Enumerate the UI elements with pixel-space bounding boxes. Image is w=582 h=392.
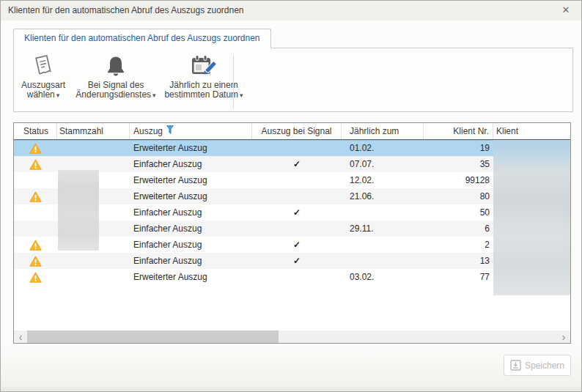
- signal-cell: ✓: [252, 237, 342, 253]
- warning-icon: [29, 240, 42, 251]
- klient-nr-cell: 6: [424, 221, 493, 237]
- status-cell: [14, 188, 57, 204]
- toolbar-button-label: bestimmten Datum▾: [164, 90, 243, 100]
- table-row[interactable]: Einfacher Auszug✓07.07.35: [14, 156, 570, 172]
- jaehrlich-zum-cell: [342, 253, 424, 269]
- signal-cell: [252, 188, 342, 204]
- column-header-klient[interactable]: Klient: [493, 123, 570, 139]
- klient-cell: [493, 269, 570, 285]
- status-cell: [14, 237, 57, 253]
- jaehrlich-zum-cell: [342, 237, 424, 253]
- save-button[interactable]: Speichern: [504, 355, 571, 376]
- filter-icon[interactable]: [166, 125, 174, 135]
- toolbar: Auszugsartwählen▾Bei Signal desÄnderungs…: [15, 51, 247, 100]
- klient-nr-cell: 80: [424, 188, 493, 204]
- signal-cell: [252, 221, 342, 237]
- status-cell: [14, 269, 57, 285]
- tab-klienten-zuordnen[interactable]: Klienten für den automatischen Abruf des…: [13, 29, 271, 48]
- column-header-label: Auszug bei Signal: [261, 126, 331, 136]
- jaehrlich-zum-cell: 21.06.: [342, 188, 424, 204]
- stammzahl-cell: [57, 188, 130, 204]
- toolbar-button-label: Bei Signal des: [88, 81, 144, 90]
- table-body: Erweiterter Auszug01.02.19Einfacher Ausz…: [14, 140, 570, 285]
- klient-cell: [493, 253, 570, 269]
- save-icon: [510, 360, 521, 371]
- dialog-window: Klienten für den automatischen Abruf des…: [0, 0, 582, 392]
- dropdown-arrow-icon: ▾: [152, 92, 156, 99]
- bei-signal-aenderungsdienst-button[interactable]: Bei Signal desÄnderungsdienstes▾: [71, 51, 161, 100]
- auszug-cell: Erweiterter Auszug: [130, 140, 252, 156]
- toolbar-panel: Auszugsartwählen▾Bei Signal desÄnderungs…: [13, 48, 573, 112]
- jaehrlich-zum-cell: 01.02.: [342, 140, 424, 156]
- auszug-cell: Einfacher Auszug: [130, 204, 252, 221]
- column-header-auszug[interactable]: Auszug: [130, 123, 252, 139]
- stammzahl-cell: [57, 204, 130, 221]
- column-header-label: Klient Nr.: [453, 126, 489, 136]
- status-cell: [14, 253, 57, 269]
- dropdown-arrow-icon: ▾: [56, 92, 60, 99]
- auszug-cell: Erweiterter Auszug: [130, 172, 252, 188]
- warning-icon: [29, 272, 42, 283]
- jaehrlich-zum-cell: 07.07.: [342, 156, 424, 172]
- table-row[interactable]: Einfacher Auszug✓50: [14, 204, 570, 221]
- stammzahl-cell: [57, 269, 130, 285]
- stammzahl-cell: [57, 156, 130, 172]
- jaehrlich-zum-cell: 12.02.: [342, 172, 424, 188]
- table-row[interactable]: Einfacher Auszug29.11.6: [14, 221, 570, 237]
- dialog-title: Klienten für den automatischen Abruf des…: [8, 5, 244, 15]
- auszug-cell: Erweiterter Auszug: [130, 188, 252, 204]
- table-row[interactable]: Erweiterter Auszug12.02.99128: [14, 172, 570, 188]
- column-header-label: Stammzahl: [59, 126, 103, 136]
- klient-cell: [493, 172, 570, 188]
- table-row[interactable]: Erweiterter Auszug01.02.19: [14, 140, 570, 156]
- jaehrlich-zum-cell: [342, 204, 424, 221]
- klient-cell: [493, 140, 570, 156]
- bottom-strip: [1, 387, 581, 392]
- column-header-label: Klient: [496, 126, 518, 136]
- toolbar-button-label: Änderungsdienstes▾: [75, 90, 155, 100]
- scrollbar-thumb[interactable]: [27, 330, 279, 343]
- scroll-right-icon[interactable]: ›: [557, 330, 570, 343]
- signal-cell: [252, 140, 342, 156]
- toolbar-separator: [233, 55, 234, 108]
- table-header-row: StatusStammzahlAuszugAuszug bei SignalJä…: [14, 123, 570, 140]
- auszug-cell: Einfacher Auszug: [130, 221, 252, 237]
- table-row[interactable]: Erweiterter Auszug21.06.80: [14, 188, 570, 204]
- column-header-status[interactable]: Status: [14, 123, 57, 139]
- signal-cell: [252, 172, 342, 188]
- status-cell: [14, 156, 57, 172]
- title-bar: Klienten für den automatischen Abruf des…: [1, 1, 581, 21]
- column-header-j-hrlich-zum[interactable]: Jährlich zum: [342, 123, 424, 139]
- klient-nr-cell: 19: [424, 140, 493, 156]
- warning-icon: [29, 256, 42, 267]
- close-icon[interactable]: ✕: [560, 4, 572, 16]
- table-row[interactable]: Einfacher Auszug✓13: [14, 253, 570, 269]
- status-cell: [14, 172, 57, 188]
- stammzahl-cell: [57, 253, 130, 269]
- toolbar-button-label: Auszugsart: [21, 81, 65, 90]
- document-icon: [32, 53, 55, 81]
- status-cell: [14, 140, 57, 156]
- column-header-stammzahl[interactable]: Stammzahl: [57, 123, 130, 139]
- horizontal-scrollbar[interactable]: ‹ ›: [14, 330, 570, 343]
- signal-cell: ✓: [252, 253, 342, 269]
- table-row[interactable]: Erweiterter Auszug03.02.77: [14, 269, 570, 285]
- toolbar-button-label: wählen▾: [27, 90, 60, 100]
- column-header-klient-nr-[interactable]: Klient Nr.: [424, 123, 493, 139]
- warning-icon: [29, 191, 42, 202]
- column-header-auszug-bei-signal[interactable]: Auszug bei Signal: [252, 123, 342, 139]
- scroll-left-icon[interactable]: ‹: [14, 330, 27, 343]
- table-row[interactable]: Einfacher Auszug✓2: [14, 237, 570, 253]
- klienten-table: StatusStammzahlAuszugAuszug bei SignalJä…: [13, 122, 571, 344]
- klient-cell: [493, 237, 570, 253]
- status-cell: [14, 221, 57, 237]
- save-button-label: Speichern: [525, 360, 564, 371]
- column-header-label: Auszug: [133, 126, 163, 136]
- column-header-label: Jährlich zum: [350, 126, 399, 136]
- jaehrlich-bestimmtes-datum-button[interactable]: Jährlich zu einembestimmten Datum▾: [161, 51, 247, 100]
- warning-icon: [29, 143, 42, 154]
- stammzahl-cell: [57, 140, 130, 156]
- auszugsart-waehlen-button[interactable]: Auszugsartwählen▾: [15, 51, 71, 100]
- stammzahl-cell: [57, 221, 130, 237]
- klient-nr-cell: 2: [424, 237, 493, 253]
